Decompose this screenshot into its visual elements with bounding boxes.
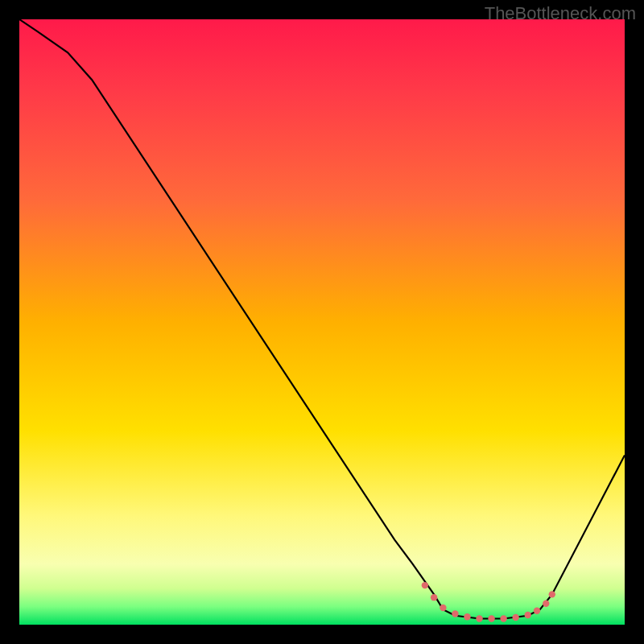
overlay-dot	[534, 608, 540, 614]
chart-svg	[19, 19, 625, 625]
overlay-dot	[452, 610, 458, 617]
overlay-dot	[464, 613, 470, 620]
overlay-dot	[512, 614, 518, 621]
overlay-dot	[543, 600, 549, 606]
chart-plot-area	[19, 19, 625, 625]
overlay-dot	[488, 615, 494, 621]
overlay-dot	[476, 615, 482, 621]
watermark-text: TheBottleneck.com	[485, 3, 636, 24]
overlay-dot	[422, 582, 428, 588]
overlay-dot	[524, 612, 530, 618]
overlay-dot	[500, 615, 506, 621]
overlay-dot	[549, 591, 555, 597]
chart-background	[19, 19, 625, 625]
overlay-dot	[440, 605, 446, 611]
overlay-dot	[431, 594, 437, 601]
